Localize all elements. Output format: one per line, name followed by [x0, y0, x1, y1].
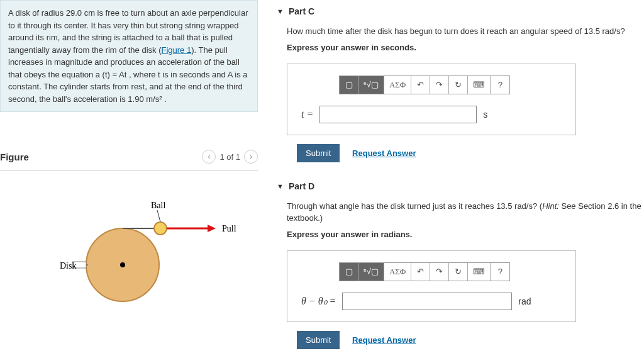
disk-label: Disk [60, 261, 76, 271]
part-d-input[interactable] [342, 293, 512, 310]
part-c-header[interactable]: ▼ Part C [277, 6, 644, 16]
greek-button[interactable]: ΑΣΦ [384, 76, 411, 94]
part-d-question-a: Through what angle has the disk turned j… [287, 201, 542, 211]
part-c-title: Part C [289, 6, 314, 16]
part-d-submit-button[interactable]: Submit [297, 331, 340, 349]
caret-icon: ▼ [277, 8, 284, 15]
part-d-request-answer[interactable]: Request Answer [352, 335, 416, 345]
help-button[interactable]: ? [491, 76, 509, 94]
keyboard-button[interactable]: ⌨ [468, 76, 491, 94]
undo-button[interactable]: ↶ [411, 263, 430, 281]
figure-prev-button[interactable]: ‹ [202, 150, 216, 164]
part-d-header[interactable]: ▼ Part D [277, 181, 644, 191]
part-d-unit: rad [518, 296, 531, 306]
figure-pager: 1 of 1 [219, 152, 240, 162]
part-c-submit-button[interactable]: Submit [297, 144, 340, 162]
templates-button[interactable]: ▢ [340, 263, 358, 281]
part-c: ▼ Part C How much time after the disk ha… [277, 6, 644, 162]
caret-icon: ▼ [277, 182, 284, 190]
help-button[interactable]: ? [491, 263, 509, 281]
redo-button[interactable]: ↷ [430, 263, 449, 281]
problem-statement: A disk of radius 29.0 cm is free to turn… [0, 0, 258, 112]
reset-button[interactable]: ↻ [449, 263, 468, 281]
svg-marker-7 [208, 225, 216, 232]
figure-next-button[interactable]: › [244, 150, 258, 164]
part-c-question: How much time after the disk has begun t… [287, 25, 644, 38]
svg-point-1 [120, 262, 125, 267]
part-c-request-answer[interactable]: Request Answer [352, 148, 416, 158]
part-c-instruction: Express your answer in seconds. [287, 43, 644, 52]
part-d-answer-box: ▢ ⁿ√▢ ΑΣΦ ↶ ↷ ↻ ⌨ ? θ − θ₀ = rad [287, 250, 576, 322]
greek-button[interactable]: ΑΣΦ [384, 263, 411, 281]
ball-label: Ball [151, 201, 165, 210]
figure-section: Figure ‹ 1 of 1 › Ball [0, 150, 258, 309]
hint-label: Hint: [542, 201, 559, 211]
figure-title: Figure [0, 152, 29, 162]
keyboard-button[interactable]: ⌨ [468, 263, 491, 281]
figure-diagram: Ball Pull Disk [53, 189, 242, 309]
redo-button[interactable]: ↷ [430, 76, 449, 94]
part-c-answer-box: ▢ ⁿ√▢ ΑΣΦ ↶ ↷ ↻ ⌨ ? t = s [287, 64, 576, 135]
root-button[interactable]: ⁿ√▢ [358, 263, 384, 281]
figure-link[interactable]: Figure 1 [162, 45, 192, 55]
svg-point-5 [154, 222, 167, 235]
undo-button[interactable]: ↶ [411, 76, 430, 94]
reset-button[interactable]: ↻ [449, 76, 468, 94]
part-d: ▼ Part D Through what angle has the disk… [277, 181, 644, 349]
part-c-toolbar: ▢ ⁿ√▢ ΑΣΦ ↶ ↷ ↻ ⌨ ? [339, 75, 510, 94]
part-d-title: Part D [289, 181, 314, 191]
pull-label: Pull [222, 224, 236, 233]
part-d-var-label: θ − θ₀ = [301, 295, 336, 307]
part-c-unit: s [483, 109, 487, 120]
part-d-question: Through what angle has the disk turned j… [287, 200, 644, 225]
part-d-instruction: Express your answer in radians. [287, 230, 644, 239]
templates-button[interactable]: ▢ [340, 76, 358, 94]
svg-line-8 [157, 210, 160, 222]
part-d-toolbar: ▢ ⁿ√▢ ΑΣΦ ↶ ↷ ↻ ⌨ ? [339, 262, 510, 281]
root-button[interactable]: ⁿ√▢ [358, 76, 384, 94]
part-c-var-label: t = [301, 109, 313, 120]
part-c-input[interactable] [319, 106, 477, 123]
